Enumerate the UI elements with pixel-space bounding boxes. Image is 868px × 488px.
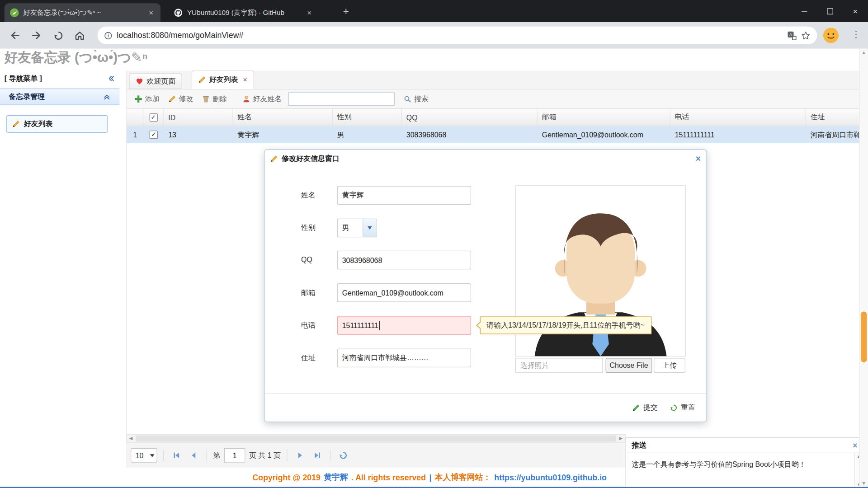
- browser-navbar: localhost:8080/memo/goMainView# A ⋮: [0, 22, 868, 49]
- scroll-down-icon[interactable]: ▼: [860, 480, 868, 486]
- next-page-button[interactable]: [293, 449, 307, 462]
- name-field[interactable]: 黄宇辉: [337, 186, 471, 205]
- pencil-icon: [632, 404, 640, 412]
- blog-link[interactable]: https://yubuntu0109.github.io: [494, 473, 607, 482]
- submit-button[interactable]: 提交: [632, 403, 657, 413]
- reload-button[interactable]: [50, 27, 66, 44]
- browser-tab-memo[interactable]: 好友备忘录(つ•̀ω•́)つ✎ⁿ ~ ×: [5, 3, 160, 22]
- qq-field[interactable]: 3083968068: [337, 251, 471, 270]
- page-size-select[interactable]: 10: [131, 448, 157, 463]
- pencil-icon: [270, 155, 278, 163]
- sidebar: [ 导航菜单 ] 备忘录管理 好友列表: [0, 71, 119, 468]
- tab-close-icon[interactable]: ×: [243, 75, 247, 84]
- site-info-icon[interactable]: [104, 31, 112, 39]
- reset-button[interactable]: 重置: [670, 403, 695, 413]
- tab-title: 好友备忘录(つ•̀ω•́)つ✎ⁿ ~: [23, 8, 142, 18]
- push-panel: 推送 × 这是一个具有参考与学习价值的Spring Boot小项目哟！ ▲ ▼: [626, 437, 864, 488]
- upload-button[interactable]: 上传: [654, 358, 685, 373]
- collapse-panel-icon[interactable]: [103, 93, 111, 101]
- back-button[interactable]: [7, 27, 24, 44]
- pager-text-before: 第: [213, 450, 220, 460]
- scrollbar-thumb[interactable]: [861, 311, 867, 362]
- nav-region-title: [ 导航菜单 ]: [5, 74, 42, 84]
- column-header-qq[interactable]: QQ: [402, 109, 538, 126]
- choose-file-button[interactable]: Choose File: [606, 358, 652, 373]
- address-bar[interactable]: localhost:8080/memo/goMainView# A: [98, 27, 817, 44]
- home-button[interactable]: [71, 27, 88, 44]
- browser-window: 好友备忘录(つ•̀ω•́)つ✎ⁿ ~ × YUbuntu0109 (黄宇辉) ·…: [0, 0, 868, 488]
- author-link[interactable]: 黄宇辉: [324, 472, 348, 482]
- add-button[interactable]: 添加: [131, 92, 163, 106]
- translate-icon[interactable]: A: [787, 31, 797, 40]
- minimize-button[interactable]: [792, 0, 817, 22]
- chevron-down-icon[interactable]: [363, 219, 377, 237]
- refresh-button[interactable]: [337, 449, 350, 462]
- edit-button-label: 修改: [179, 94, 193, 104]
- phone-validation-tooltip: 请输入13/14/15/17/18/19开头,且11位的手机号哟~: [480, 316, 651, 334]
- photo-path-input[interactable]: [515, 358, 603, 373]
- search-input[interactable]: [288, 92, 395, 105]
- scroll-left-icon[interactable]: ◀: [127, 435, 135, 442]
- profile-avatar[interactable]: [823, 28, 839, 43]
- column-header-phone[interactable]: 电话: [670, 109, 806, 126]
- bookmark-star-icon[interactable]: [801, 31, 811, 40]
- row-checkbox[interactable]: ✓: [150, 131, 158, 139]
- first-page-button[interactable]: [170, 449, 183, 462]
- table-row[interactable]: 1 ✓ 13 黄宇辉 男 3083968068 Gentleman_0109@o…: [127, 126, 859, 143]
- memo-management-panel-header[interactable]: 备忘录管理: [0, 89, 119, 105]
- tab-friend-list[interactable]: 好友列表 ×: [192, 70, 254, 89]
- cell-email: Gentleman_0109@outlook.com: [538, 126, 670, 143]
- push-close-icon[interactable]: ×: [853, 441, 858, 450]
- close-button[interactable]: ×: [843, 0, 868, 22]
- column-header-id[interactable]: ID: [164, 109, 233, 126]
- scroll-up-icon[interactable]: ▲: [860, 50, 868, 55]
- forward-button[interactable]: [28, 27, 45, 44]
- new-tab-button[interactable]: +: [339, 5, 353, 18]
- grid-horizontal-scrollbar[interactable]: ◀ ▶: [126, 434, 625, 442]
- search-name-label: 好友姓名: [240, 92, 284, 106]
- cell-name: 黄宇辉: [233, 126, 333, 143]
- tab-welcome[interactable]: 欢迎页面: [129, 73, 182, 89]
- column-header-address[interactable]: 住址: [806, 109, 860, 126]
- scroll-right-icon[interactable]: ▶: [617, 435, 625, 442]
- gender-select[interactable]: 男: [337, 219, 377, 238]
- dialog-close-icon[interactable]: ×: [696, 155, 701, 164]
- pencil-icon: [12, 120, 20, 128]
- tab-close-icon[interactable]: ×: [306, 8, 313, 17]
- browser-menu-button[interactable]: ⋮: [851, 29, 861, 41]
- page-title: 好友备忘录 (つ•̀ω•́)つ✎ⁿ: [5, 49, 147, 66]
- edit-friend-dialog: 修改好友信息窗口 × 姓名 黄宇辉 性别 男 QQ 3083968068 邮箱 …: [264, 150, 707, 422]
- column-header-email[interactable]: 邮箱: [538, 109, 670, 126]
- page-number-input[interactable]: [224, 448, 245, 463]
- gender-label: 性别: [301, 219, 334, 238]
- tab-label: 欢迎页面: [146, 76, 175, 86]
- push-message: 这是一个具有参考与学习价值的Spring Boot小项目哟！: [632, 460, 806, 470]
- edit-button[interactable]: 修改: [165, 92, 197, 106]
- heart-icon: [136, 77, 143, 85]
- maximize-button[interactable]: [817, 0, 842, 22]
- cell-phone: 15111111111: [670, 126, 806, 143]
- row-checkbox-cell: ✓: [143, 126, 164, 143]
- phone-field[interactable]: 1511111111: [337, 316, 471, 335]
- select-all-checkbox[interactable]: ✓: [149, 113, 157, 121]
- email-field[interactable]: Gentleman_0109@outlook.com: [337, 283, 471, 302]
- collapse-sidebar-icon[interactable]: [108, 75, 115, 82]
- column-header-gender[interactable]: 性别: [333, 109, 402, 126]
- prev-page-button[interactable]: [187, 449, 200, 462]
- delete-button[interactable]: 删除: [199, 92, 231, 106]
- grid-toolbar: 添加 修改 删除 好友: [127, 89, 859, 109]
- column-header-name[interactable]: 姓名: [233, 109, 333, 126]
- last-page-button[interactable]: [311, 449, 324, 462]
- browser-tab-github[interactable]: YUbuntu0109 (黄宇辉) · GitHub ×: [168, 3, 319, 22]
- scrollbar-thumb[interactable]: [136, 436, 616, 441]
- cell-qq: 3083968068: [402, 126, 538, 143]
- search-button[interactable]: 搜索: [400, 92, 432, 106]
- tab-close-icon[interactable]: ×: [147, 8, 155, 17]
- sidebar-item-friend-list[interactable]: 好友列表: [6, 115, 108, 133]
- cell-id: 13: [164, 126, 233, 143]
- page-vertical-scrollbar[interactable]: ▲ ▼: [859, 49, 868, 487]
- address-field[interactable]: 河南省周口市郸城县………: [337, 348, 471, 367]
- cell-gender: 男: [333, 126, 402, 143]
- spring-leaf-icon: [10, 8, 19, 17]
- rownumber-header: [127, 109, 143, 126]
